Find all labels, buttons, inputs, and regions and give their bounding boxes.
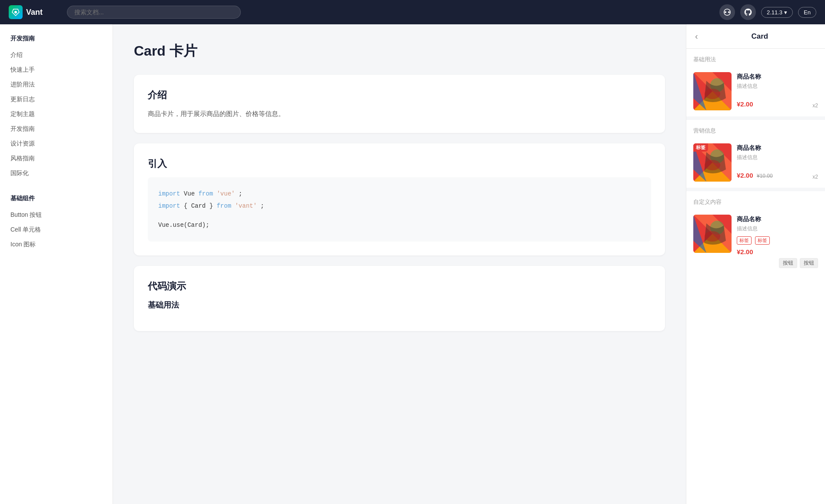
card3-name: 商品名称	[737, 216, 818, 223]
card1-name: 商品名称	[737, 73, 818, 81]
code-block: import Vue from 'vue' ; import { Card } …	[148, 177, 651, 242]
intro-desc: 商品卡片，用于展示商品的图片、价格等信息。	[148, 109, 651, 119]
import-section: 引入 import Vue from 'vue' ; import { Card…	[134, 143, 665, 255]
sidebar-item-button[interactable]: Button 按钮	[0, 208, 113, 222]
svg-point-1	[14, 11, 17, 13]
sidebar-item-advanced[interactable]: 进阶用法	[0, 77, 113, 92]
header: Vant 2.11.3 ▾ En	[0, 0, 825, 24]
preview-section2-label: 营销信息	[686, 120, 825, 138]
sidebar-item-icon[interactable]: Icon 图标	[0, 237, 113, 252]
github-icon[interactable]	[740, 4, 756, 20]
lang-text: En	[804, 9, 811, 16]
svg-point-7	[705, 89, 720, 99]
code-vue-str: 'vue'	[216, 190, 235, 197]
card3-tag1: 标签	[737, 236, 752, 245]
card3-btn1[interactable]: 按钮	[779, 258, 797, 268]
code-from2: from	[216, 202, 231, 209]
preview-header: ‹ Card	[686, 24, 825, 49]
card2-price: ¥2.00	[737, 172, 753, 179]
preview-panel: ‹ Card 基础用法 商品名称 描述信息 ¥	[686, 24, 825, 504]
card2-tag: 标签	[693, 143, 708, 152]
intro-heading: 介绍	[148, 89, 651, 102]
code-semi1: ;	[239, 190, 242, 197]
search-input[interactable]	[67, 6, 241, 19]
basic-usage-heading: 基础用法	[148, 300, 651, 310]
chevron-down-icon: ▾	[784, 9, 787, 16]
preview-card3: 商品名称 描述信息 标签 标签 ¥2.00 x2 按钮 按钮	[686, 209, 825, 272]
preview-section1-label: 基础用法	[686, 49, 825, 67]
card2-info: 商品名称 描述信息 ¥2.00 ¥10.00	[737, 143, 818, 179]
component-section-title: 基础组件	[0, 189, 113, 208]
sidebar-item-changelog[interactable]: 更新日志	[0, 92, 113, 107]
layout: 开发指南 介绍 快速上手 进阶用法 更新日志 定制主题 开发指南 设计资源 风格…	[0, 24, 825, 504]
search-bar[interactable]	[67, 6, 241, 19]
version-text: 2.11.3	[767, 9, 782, 16]
card1-info: 商品名称 描述信息 ¥2.00	[737, 72, 818, 108]
divider2	[686, 188, 825, 191]
header-right: 2.11.3 ▾ En	[719, 4, 816, 20]
import-heading: 引入	[148, 157, 651, 170]
code-vue: Vue	[184, 190, 199, 197]
sidebar-item-style[interactable]: 风格指南	[0, 151, 113, 166]
svg-point-13	[705, 160, 720, 170]
intro-section: 介绍 商品卡片，用于展示商品的图片、价格等信息。	[134, 75, 665, 133]
language-switcher[interactable]: En	[798, 7, 816, 18]
card3-desc: 描述信息	[737, 225, 818, 232]
sidebar-item-intro[interactable]: 介绍	[0, 48, 113, 63]
preview-card1: 商品名称 描述信息 ¥2.00 x2	[686, 67, 825, 116]
sidebar-item-quickstart[interactable]: 快速上手	[0, 63, 113, 77]
card2-qty: x2	[812, 174, 818, 180]
logo-text: Vant	[26, 8, 43, 17]
card2-name: 商品名称	[737, 144, 818, 152]
sidebar: 开发指南 介绍 快速上手 进阶用法 更新日志 定制主题 开发指南 设计资源 风格…	[0, 24, 113, 504]
preview-title: Card	[703, 32, 816, 41]
card3-price: ¥2.00	[737, 248, 753, 255]
card1-price: ¥2.00	[737, 100, 753, 108]
card1-desc: 描述信息	[737, 83, 818, 90]
card3-footer-btns: 按钮 按钮	[779, 258, 818, 268]
demo-heading: 代码演示	[148, 280, 651, 293]
card3-info: 商品名称 描述信息 标签 标签 ¥2.00	[737, 215, 818, 256]
code-import1: import	[158, 190, 180, 197]
page-title: Card 卡片	[134, 42, 665, 61]
weapp-icon[interactable]	[719, 4, 735, 20]
main-content: Card 卡片 介绍 商品卡片，用于展示商品的图片、价格等信息。 引入 impo…	[113, 24, 686, 504]
svg-point-19	[705, 231, 720, 242]
divider1	[686, 116, 825, 120]
card1-qty: x2	[812, 103, 818, 109]
code-from1: from	[198, 190, 213, 197]
preview-card2: 标签 商品名称 描述信息 ¥2.00 ¥10.00 x2	[686, 138, 825, 187]
logo-icon	[9, 5, 23, 19]
sidebar-item-design[interactable]: 设计资源	[0, 136, 113, 151]
code-import2: import	[158, 202, 180, 209]
demo-section: 代码演示 基础用法	[134, 266, 665, 331]
card2-desc: 描述信息	[737, 154, 818, 161]
version-selector[interactable]: 2.11.3 ▾	[761, 7, 793, 18]
dev-guide-section-title: 开发指南	[0, 35, 113, 48]
card3-thumb	[693, 215, 732, 253]
card2-price-original: ¥10.00	[757, 173, 773, 179]
code-vant-str: 'vant'	[235, 202, 256, 209]
card3-tag2: 标签	[755, 236, 770, 245]
code-card-braces: { Card }	[184, 202, 217, 209]
sidebar-item-dev-guide[interactable]: 开发指南	[0, 122, 113, 136]
preview-section3-label: 自定义内容	[686, 191, 825, 209]
card1-thumb	[693, 72, 732, 110]
card2-thumb: 标签	[693, 143, 732, 182]
sidebar-item-cell[interactable]: Cell 单元格	[0, 222, 113, 237]
logo: Vant	[9, 5, 43, 19]
sidebar-item-i18n[interactable]: 国际化	[0, 166, 113, 181]
sidebar-item-theming[interactable]: 定制主题	[0, 107, 113, 122]
code-semi2: ;	[260, 202, 264, 209]
card3-btn2[interactable]: 按钮	[800, 258, 818, 268]
code-vueuse: Vue.use(Card);	[158, 222, 210, 229]
preview-back-button[interactable]: ‹	[695, 31, 698, 41]
